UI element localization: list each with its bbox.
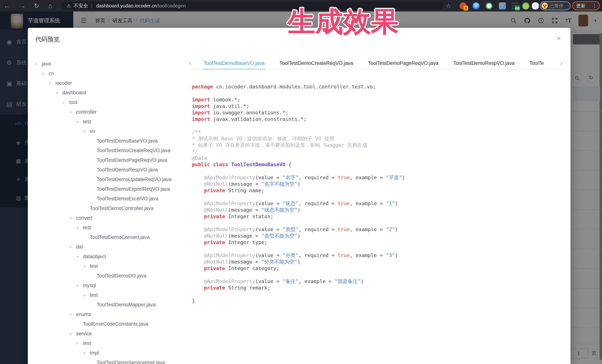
- caret-down-icon[interactable]: ▾: [56, 88, 62, 98]
- tree-node[interactable]: ▾java: [32, 59, 187, 69]
- tree-node[interactable]: ToolTestDemoMapper.java: [32, 300, 187, 310]
- tree-node[interactable]: ▾tool: [32, 97, 187, 107]
- caret-down-icon[interactable]: ▾: [83, 127, 90, 136]
- caret-down-icon[interactable]: ▾: [70, 242, 76, 252]
- code-token: , required =: [298, 175, 338, 180]
- caret-down-icon[interactable]: ▾: [70, 107, 76, 117]
- code-token: ): [297, 233, 300, 239]
- code-token: "2": [386, 227, 395, 232]
- profile-emoji-icon: [542, 3, 548, 9]
- caret-down-icon[interactable]: ▾: [83, 291, 90, 300]
- tree-node[interactable]: ▾test: [32, 117, 187, 126]
- tree-node[interactable]: ▾service: [32, 329, 187, 338]
- tree-node[interactable]: ▾test: [32, 290, 187, 300]
- tree-node[interactable]: ▾dataobject: [32, 252, 187, 261]
- code-token: io.swagger.annotations.*;: [210, 110, 289, 115]
- tree-node[interactable]: ▾dal: [32, 242, 187, 252]
- tree-node-label: ToolTestDemoExportReqVO.java: [97, 186, 170, 192]
- caret-down-icon[interactable]: ▾: [83, 262, 90, 271]
- code-token: true: [338, 200, 350, 206]
- back-icon[interactable]: ←: [1, 0, 13, 11]
- tree-node[interactable]: ▾dashboard: [32, 88, 187, 97]
- extension-icon[interactable]: on: [512, 2, 518, 10]
- caret-down-icon[interactable]: ▾: [35, 59, 42, 69]
- tree-node[interactable]: ToolTestDemoConvert.java: [32, 232, 187, 242]
- tabs-next-icon[interactable]: ›: [560, 58, 562, 69]
- file-tab[interactable]: ToolTestDemoPageReqVO.java: [361, 58, 446, 69]
- code-line: private Integer category;: [192, 265, 567, 271]
- tree-node[interactable]: ToolTestDemoPageReqVO.java: [32, 155, 187, 165]
- tree-node[interactable]: ▾iocoder: [32, 78, 187, 88]
- code-token: ): [361, 278, 364, 284]
- tree-node[interactable]: ▾test: [32, 261, 187, 271]
- tree-node[interactable]: ToolTestDemoCreateReqVO.java: [32, 146, 187, 155]
- tree-node[interactable]: ▾enums: [32, 310, 187, 319]
- tree-node[interactable]: ToolErrorCodeConstants.java: [32, 319, 187, 329]
- tree-node[interactable]: ▾test: [32, 223, 187, 232]
- tree-node-label: ToolTestDemoConvert.java: [90, 234, 150, 240]
- update-label: 更新: [576, 2, 585, 10]
- caret-down-icon[interactable]: ▾: [70, 214, 76, 223]
- code-token: "备注": [282, 278, 299, 284]
- caret-down-icon[interactable]: ▾: [70, 329, 76, 339]
- tree-node[interactable]: ▾test: [32, 338, 187, 348]
- tree-node[interactable]: ToolTestDemoServiceImpl.java: [32, 358, 187, 364]
- tree-node[interactable]: ToolTestDemoExportReqVO.java: [32, 184, 187, 194]
- tree-node-label: ToolTestDemoUpdateReqVO.java: [97, 177, 172, 182]
- tree-node[interactable]: ToolTestDemoExcelVO.java: [32, 194, 187, 204]
- forward-icon[interactable]: →: [17, 0, 28, 11]
- extension-icon[interactable]: [485, 2, 493, 10]
- browser-menu-icon[interactable]: ⋮: [592, 2, 597, 10]
- tree-node[interactable]: ▾mysql: [32, 281, 187, 290]
- extension-icon[interactable]: [499, 2, 506, 10]
- tree-node[interactable]: ToolTestDemoUpdateReqVO.java: [32, 175, 187, 184]
- caret-down-icon[interactable]: ▾: [76, 117, 83, 127]
- code-token: (value =: [255, 278, 282, 284]
- tree-node[interactable]: ToolTestDemoRespVO.java: [32, 165, 187, 175]
- caret-down-icon[interactable]: ▾: [83, 348, 90, 358]
- caret-down-icon[interactable]: ▾: [70, 310, 76, 320]
- code-token: "名字": [282, 175, 299, 180]
- code-token: @ApiModelProperty: [204, 278, 255, 284]
- tabs-prev-icon[interactable]: ‹: [190, 58, 191, 69]
- code-token: [192, 239, 204, 245]
- file-tab[interactable]: ToolTestDemoCreateReqVO.java: [272, 58, 361, 69]
- home-icon[interactable]: ⌂: [44, 0, 56, 11]
- caret-down-icon[interactable]: ▾: [76, 339, 83, 348]
- tree-node[interactable]: ▾cn: [32, 69, 187, 78]
- extension-icon[interactable]: 1: [460, 2, 467, 10]
- caret-down-icon[interactable]: ▾: [63, 98, 69, 107]
- file-tree: ▾java▾cn▾iocoder▾dashboard▾tool▾controll…: [32, 59, 187, 364]
- caret-down-icon[interactable]: ▾: [42, 69, 49, 79]
- tree-node[interactable]: ToolTestDemoController.java: [32, 204, 187, 213]
- code-line: /**: [192, 129, 567, 135]
- tree-node[interactable]: ▾impl: [32, 348, 187, 358]
- code-token: , example =: [350, 175, 386, 180]
- reload-icon[interactable]: ↻: [31, 0, 42, 11]
- code-line: }: [192, 297, 567, 304]
- extension-icon[interactable]: [522, 2, 529, 10]
- caret-down-icon[interactable]: ▾: [76, 252, 83, 262]
- paused-profile-chip[interactable]: 已暂停: [540, 1, 570, 10]
- close-icon[interactable]: ×: [557, 34, 561, 42]
- caret-down-icon[interactable]: ▾: [76, 281, 83, 291]
- code-token: package: [192, 84, 213, 90]
- code-token: true: [338, 252, 350, 258]
- extensions-puzzle-icon[interactable]: [532, 2, 539, 10]
- extension-icon[interactable]: [473, 2, 480, 10]
- code-token: "我是备注": [334, 278, 361, 284]
- tree-node[interactable]: ToolTestDemoDO.java: [32, 271, 187, 281]
- tree-node[interactable]: ▾controller: [32, 107, 187, 117]
- file-tab[interactable]: ToolTestDemoBaseVO.java: [196, 58, 272, 69]
- caret-down-icon[interactable]: ▾: [49, 79, 55, 88]
- browser-update-button[interactable]: 更新 ⋮: [572, 1, 600, 10]
- tree-node-label: ToolTestDemoCreateReqVO.java: [97, 148, 171, 153]
- file-tab[interactable]: ToolTestDemoRespVO.java: [446, 58, 522, 69]
- code-line: [192, 90, 567, 96]
- caret-down-icon[interactable]: ▾: [76, 223, 83, 233]
- tree-node[interactable]: ToolTestDemoBaseVO.java: [32, 136, 187, 146]
- tree-node[interactable]: ▾vo: [32, 126, 187, 136]
- tree-node[interactable]: ▾convert: [32, 213, 187, 223]
- tree-node-label: convert: [76, 215, 93, 221]
- file-tab[interactable]: ToolTe: [522, 58, 551, 69]
